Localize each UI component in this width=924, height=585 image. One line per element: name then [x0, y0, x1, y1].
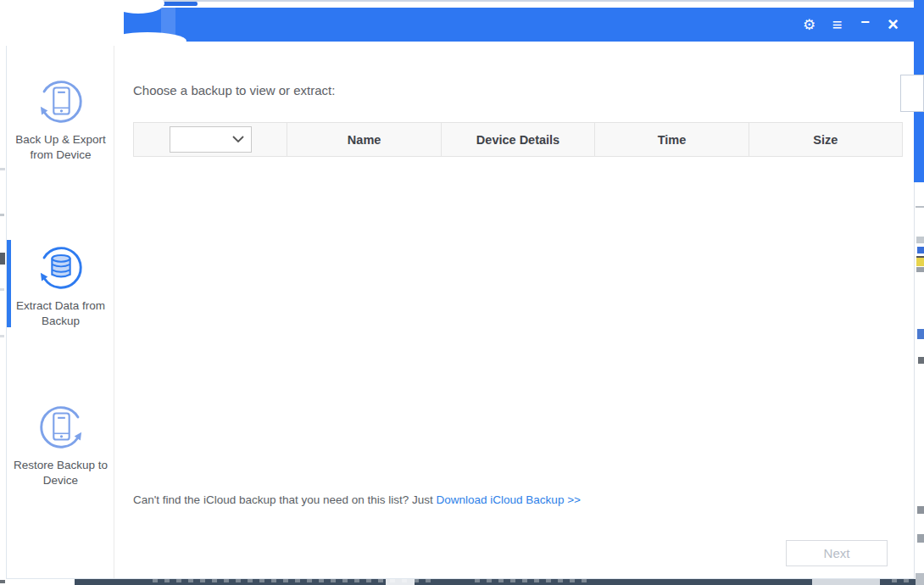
background-artifact: [916, 256, 924, 266]
column-header-name: Name: [287, 123, 440, 156]
background-artifact: [153, 579, 432, 582]
background-artifact: [0, 214, 4, 216]
background-artifact: [475, 579, 593, 582]
background-artifact: [0, 253, 5, 265]
background-artifact: [812, 579, 880, 585]
background-artifact: [900, 75, 924, 112]
app-window: ⚙ ≡ − × Back Up & Export from Device: [6, 8, 914, 579]
settings-button[interactable]: ⚙: [795, 8, 823, 42]
sidebar: Back Up & Export from Device Extract Dat…: [7, 42, 114, 578]
sidebar-item-label: Restore Backup to Device: [13, 458, 109, 488]
sidebar-item-label: Back Up & Export from Device: [13, 132, 109, 162]
sidebar-item-backup-export[interactable]: Back Up & Export from Device: [7, 75, 114, 162]
download-icloud-link[interactable]: Download iCloud Backup >>: [437, 493, 581, 506]
minimize-button[interactable]: −: [851, 5, 879, 44]
column-header-time: Time: [594, 123, 748, 156]
menu-button[interactable]: ≡: [823, 8, 851, 42]
minimize-icon: −: [860, 14, 870, 31]
main-content: Choose a backup to view or extract: Name…: [115, 42, 914, 578]
paint-smudge: [161, 8, 175, 42]
column-header-select: [134, 123, 287, 156]
next-button[interactable]: Next: [786, 540, 888, 566]
backup-filter-dropdown[interactable]: [170, 126, 252, 153]
icloud-hint: Can't find the iCloud backup that you ne…: [133, 493, 581, 506]
chevron-down-icon: [232, 136, 244, 143]
backup-table-header: Name Device Details Time Size: [133, 122, 903, 157]
background-artifact: [0, 168, 5, 170]
sidebar-item-extract[interactable]: Extract Data from Backup: [7, 242, 114, 328]
page-title: Choose a backup to view or extract:: [133, 83, 335, 98]
column-header-device-details: Device Details: [441, 123, 594, 156]
database-backup-icon: [35, 242, 87, 294]
phone-restore-icon: [35, 401, 87, 454]
screen: ⚙ ≡ − × Back Up & Export from Device: [0, 0, 924, 585]
background-artifact: [917, 329, 924, 339]
phone-backup-icon: [35, 75, 87, 128]
background-artifact: [0, 580, 5, 583]
background-artifact: [914, 182, 915, 579]
background-artifact: [916, 267, 924, 272]
close-button[interactable]: ×: [879, 8, 907, 42]
paint-smudge: [0, 0, 124, 46]
column-header-size: Size: [749, 123, 902, 156]
icloud-hint-text: Can't find the iCloud backup that you ne…: [133, 493, 437, 506]
background-artifact: [892, 579, 914, 582]
background-artifact: [0, 288, 4, 291]
background-artifact: [916, 206, 924, 208]
sidebar-item-label: Extract Data from Backup: [13, 298, 109, 328]
gear-icon: ⚙: [803, 16, 815, 34]
background-artifact: [917, 534, 924, 543]
background-artifact: [917, 247, 924, 254]
sidebar-item-restore[interactable]: Restore Backup to Device: [7, 401, 114, 488]
background-artifact: [0, 335, 4, 337]
background-artifact: [917, 506, 924, 514]
hamburger-icon: ≡: [832, 15, 843, 35]
background-artifact: [916, 237, 924, 243]
close-icon: ×: [888, 14, 899, 36]
background-artifact: [918, 357, 924, 364]
background-artifact: [916, 573, 924, 585]
